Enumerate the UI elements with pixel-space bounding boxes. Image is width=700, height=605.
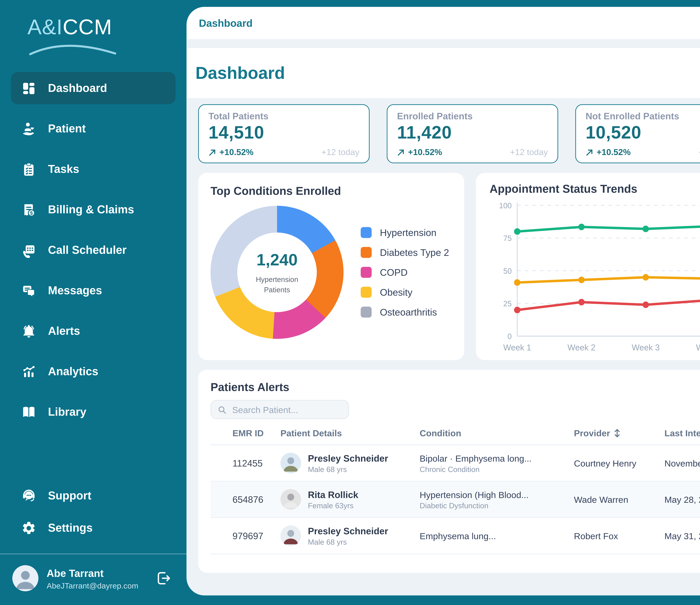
- stat-card-enrolled-patients: Enrolled Patients 11,420 +10.52% +12 tod…: [387, 104, 558, 163]
- sidebar-item-label: Call Scheduler: [48, 244, 127, 257]
- sidebar-item-label: Library: [48, 406, 86, 418]
- stat-value: 10,520: [585, 122, 700, 143]
- col-provider[interactable]: Provider: [574, 428, 665, 438]
- donut-legend-swatch: [360, 247, 372, 258]
- search-icon: [218, 405, 226, 414]
- svg-text:25: 25: [503, 299, 512, 308]
- brand-swoosh-icon: [27, 39, 122, 57]
- trend-up-icon: [585, 148, 593, 156]
- avatar: [280, 453, 301, 474]
- table-header: EMR ID Patient Details Condition Provide…: [210, 428, 700, 445]
- sidebar-item-dashboard[interactable]: Dashboard: [11, 72, 175, 104]
- svg-text:Week 2: Week 2: [568, 343, 596, 352]
- sidebar-item-settings[interactable]: Settings: [11, 512, 175, 544]
- patient-meta: Male 68 yrs: [308, 537, 388, 546]
- legend-item: Hypertension: [360, 227, 449, 238]
- sidebar-item-label: Dashboard: [48, 82, 107, 95]
- legend-item: Diabetes Type 2: [360, 247, 449, 258]
- messages-chat-icon: [21, 283, 36, 298]
- avatar: [280, 489, 301, 510]
- cell-provider: Robert Fox: [574, 531, 665, 541]
- logout-icon[interactable]: [155, 570, 172, 586]
- donut-legend-swatch: [360, 287, 372, 297]
- stat-value: 11,420: [397, 122, 548, 143]
- svg-text:Week 1: Week 1: [503, 343, 531, 352]
- donut-legend-swatch: [360, 227, 372, 238]
- sidebar-item-messages[interactable]: Messages: [11, 274, 175, 307]
- tasks-clipboard-icon: [21, 162, 36, 176]
- sidebar-item-analytics[interactable]: Analytics: [11, 355, 175, 388]
- patients-alerts-card: Patients Alerts Filters EMR ID: [198, 370, 700, 573]
- stat-today: +12 today: [321, 147, 359, 157]
- patient-meta: Female 63yrs: [308, 501, 358, 509]
- svg-text:$: $: [30, 210, 33, 215]
- sidebar-item-call-scheduler[interactable]: Call Scheduler: [11, 234, 175, 266]
- sidebar-item-label: Patient: [48, 122, 86, 135]
- main-panel: Dashboard Dashboard Total Patients 14,51…: [186, 7, 700, 595]
- legend-item: COPD: [360, 267, 449, 278]
- header-separator: [186, 39, 700, 48]
- stat-change: +10.52%: [408, 147, 442, 157]
- breadcrumb-label: Dashboard: [199, 17, 253, 29]
- donut-legend: Hypertension Diabetes Type 2 COPD Obesit…: [360, 227, 449, 318]
- legend-item: Osteoarthritis: [360, 307, 449, 317]
- stats-row: Total Patients 14,510 +10.52% +12 today …: [198, 104, 700, 163]
- table-row[interactable]: 112455 Presley SchneiderMale 68 yrs Bipo…: [210, 445, 700, 482]
- sidebar-item-tasks[interactable]: Tasks: [11, 153, 175, 185]
- stat-today: +12 today: [510, 147, 548, 157]
- table-row[interactable]: 654876 Rita RollickFemale 63yrs Hyperten…: [210, 482, 700, 518]
- sidebar-item-label: Settings: [48, 521, 93, 534]
- col-emr-id[interactable]: EMR ID: [210, 428, 280, 438]
- breadcrumb[interactable]: Dashboard: [186, 7, 700, 39]
- search-box[interactable]: [210, 400, 349, 419]
- sidebar-item-label: Support: [48, 489, 92, 502]
- cell-emr-id: 979697: [210, 531, 280, 541]
- stat-card-not-enrolled-patients: Not Enrolled Patients 10,520 +10.52% +12…: [575, 104, 700, 163]
- sidebar-item-patient[interactable]: Patient: [11, 113, 175, 145]
- call-scheduler-icon: [21, 242, 36, 258]
- brand-logo-rest: CCM: [63, 15, 112, 39]
- col-last-interaction[interactable]: Last Interaction: [665, 428, 700, 438]
- legend-item: Obesity: [360, 287, 449, 297]
- sidebar-footer: Support Settings Abe Tarrant AbeJTarrant…: [0, 480, 186, 605]
- user-profile[interactable]: Abe Tarrant AbeJTarrant@dayrep.com: [0, 554, 186, 605]
- sidebar: A&ICCM Dashboard Patient Tasks $ Billing…: [0, 0, 186, 605]
- sidebar-item-label: Alerts: [48, 324, 80, 338]
- table-row[interactable]: 979697 Presley SchneiderMale 68 yrs Emph…: [210, 518, 700, 554]
- svg-text:0: 0: [507, 332, 512, 341]
- sidebar-item-library[interactable]: Library: [11, 396, 175, 428]
- avatar: [280, 526, 301, 546]
- appointment-trends-card: Appointment Status Trends Missed Resched…: [476, 173, 700, 360]
- stat-label: Not Enrolled Patients: [585, 111, 700, 121]
- billing-invoice-icon: $: [21, 202, 36, 217]
- cell-last-interaction: May 28, 2023: [665, 494, 700, 504]
- patient-meta: Male 68 yrs: [308, 465, 388, 473]
- sidebar-item-label: Tasks: [48, 163, 79, 176]
- cell-emr-id: 112455: [210, 458, 280, 468]
- cell-last-interaction: November 28, 2023: [665, 458, 700, 468]
- stat-value: 14,510: [208, 122, 359, 143]
- title-bar: Dashboard: [186, 48, 700, 98]
- donut-legend-swatch: [360, 267, 372, 278]
- col-patient-details[interactable]: Patient Details: [280, 428, 420, 438]
- brand-logo: A&ICCM: [0, 0, 186, 38]
- dashboard-content: Total Patients 14,510 +10.52% +12 today …: [186, 98, 700, 595]
- patient-name: Presley Schneider: [308, 526, 388, 536]
- page-title: Dashboard: [196, 63, 285, 83]
- col-condition[interactable]: Condition: [420, 428, 574, 438]
- gear-icon: [21, 520, 36, 535]
- trend-up-icon: [397, 148, 405, 156]
- svg-text:100: 100: [499, 201, 512, 210]
- cell-condition: Bipolar · Emphysema long...Chronic Condi…: [420, 453, 574, 473]
- sidebar-item-label: Analytics: [48, 365, 98, 378]
- search-input[interactable]: [231, 404, 342, 415]
- user-email: AbeJTarrant@dayrep.com: [47, 581, 138, 589]
- cell-emr-id: 654876: [210, 494, 280, 504]
- stat-change: +10.52%: [219, 147, 253, 157]
- brand-logo-accent: A&I: [27, 15, 63, 39]
- sidebar-item-alerts[interactable]: Alerts: [11, 315, 175, 347]
- sidebar-item-billing[interactable]: $ Billing & Claims: [11, 193, 175, 226]
- donut-chart-title: Top Conditions Enrolled: [210, 185, 452, 198]
- sidebar-item-support[interactable]: Support: [11, 480, 175, 512]
- user-info: Abe Tarrant AbeJTarrant@dayrep.com: [47, 567, 138, 589]
